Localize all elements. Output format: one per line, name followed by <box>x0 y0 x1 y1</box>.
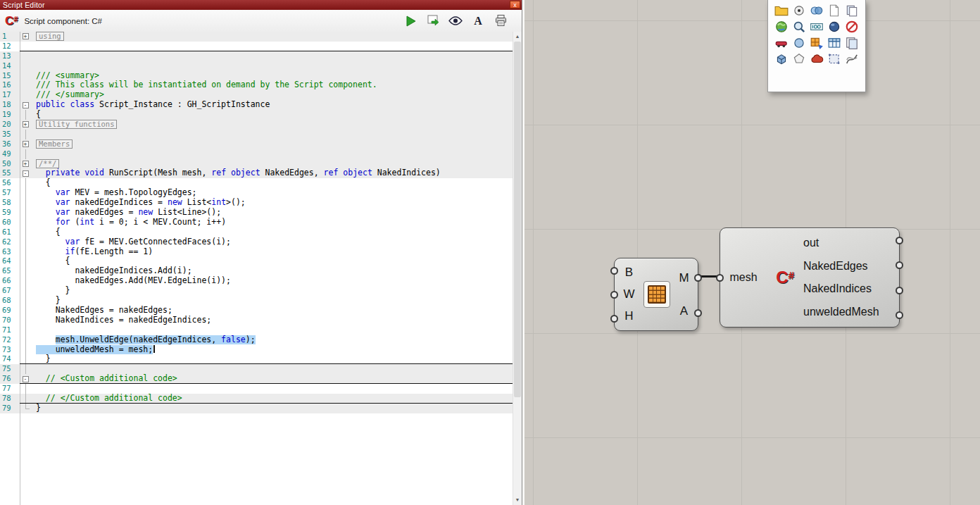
code-line[interactable]: 72 mesh.UnweldEdge(nakedEdgeIndices, fal… <box>0 335 513 345</box>
line-number: 50 <box>0 159 20 169</box>
polygon-icon[interactable] <box>792 52 806 66</box>
code-line[interactable]: 1+using <box>0 32 513 42</box>
code-line[interactable]: 62 var fE = MEV.GetConnectedFaces(i); <box>0 237 513 247</box>
code-line[interactable]: 50+/**/ <box>0 159 513 169</box>
code-text: var MEV = mesh.TopologyEdges; <box>30 188 513 198</box>
circle-icon[interactable] <box>792 36 806 50</box>
run-button[interactable] <box>402 13 419 30</box>
collapsed-region[interactable]: using <box>36 32 64 41</box>
curves-icon[interactable] <box>845 52 859 66</box>
code-line[interactable]: 36+Members <box>0 139 513 149</box>
code-line[interactable]: 13 <box>0 51 513 61</box>
mesh-face-icon[interactable] <box>810 36 824 50</box>
code-line[interactable]: 77 <box>0 384 513 394</box>
document-icon[interactable] <box>827 4 841 18</box>
code-line[interactable]: 75 <box>0 364 513 374</box>
code-line[interactable]: 64 { <box>0 256 513 266</box>
code-line[interactable]: 17/// </summary> <box>0 90 513 100</box>
fold-toggle[interactable]: + <box>23 33 29 39</box>
fold-toggle[interactable]: - <box>23 102 29 108</box>
zoom-icon[interactable] <box>792 20 806 34</box>
code-line[interactable]: 78 // </Custom additional code> <box>0 394 513 404</box>
region-icon[interactable] <box>827 52 841 66</box>
param-row: B <box>615 266 643 280</box>
code-line[interactable]: 14 <box>0 61 513 71</box>
input-port-W[interactable] <box>610 291 618 299</box>
collapsed-region[interactable]: Utility functions <box>36 120 117 129</box>
insert-button[interactable] <box>425 13 441 30</box>
output-port-unweldedMesh[interactable] <box>896 311 903 319</box>
table-icon[interactable] <box>827 36 841 50</box>
print-button[interactable] <box>492 13 509 30</box>
input-port-mesh[interactable] <box>716 274 724 282</box>
disable-icon[interactable] <box>845 20 859 34</box>
vehicle-icon[interactable] <box>774 36 789 50</box>
input-port-B[interactable] <box>610 267 618 275</box>
fold-toggle[interactable]: - <box>23 170 29 177</box>
code-line[interactable]: 18-public class Script_Instance : GH_Scr… <box>0 100 513 110</box>
csharp-script-component[interactable]: mesh C# outNakedEdgesNakedIndicesunwelde… <box>720 227 900 328</box>
output-port-out[interactable] <box>896 237 903 244</box>
documents-icon[interactable] <box>845 4 859 18</box>
fold-toggle[interactable]: + <box>23 161 29 167</box>
box-icon[interactable] <box>774 52 789 66</box>
code-line[interactable]: 65 nakedEdgeIndices.Add(i); <box>0 266 513 276</box>
scroll-up-button[interactable]: ▲ <box>513 32 522 42</box>
cloud-icon[interactable] <box>810 52 824 66</box>
code-line[interactable]: 79} <box>0 404 513 413</box>
counter-icon[interactable] <box>810 20 824 34</box>
folder-icon[interactable] <box>774 4 789 18</box>
scrollbar-thumb[interactable] <box>514 42 521 397</box>
fold-toggle[interactable]: + <box>23 141 29 147</box>
output-port-NakedIndices[interactable] <box>896 287 903 294</box>
collapsed-region[interactable]: /**/ <box>36 159 59 168</box>
code-line[interactable]: 55- private void RunScript(Mesh mesh, re… <box>0 168 513 178</box>
code-line[interactable]: 67 } <box>0 286 513 296</box>
code-line[interactable]: 69 NakedEdges = nakedEdges; <box>0 306 513 316</box>
code-line[interactable]: 66 nakedEdges.Add(MEV.EdgeLine(i)); <box>0 276 513 286</box>
preview-button[interactable] <box>447 13 464 30</box>
code-line[interactable]: 20+Utility functions <box>0 120 513 130</box>
fold-toggle[interactable]: + <box>23 121 29 127</box>
code-line[interactable]: 60 for (int i = 0; i < MEV.Count; i++) <box>0 218 513 227</box>
code-line[interactable]: 68 } <box>0 296 513 306</box>
point-icon[interactable] <box>792 4 806 18</box>
layers-icon[interactable] <box>845 36 859 50</box>
vertical-scrollbar[interactable]: ▲ ▼ <box>513 32 522 505</box>
code-line[interactable]: 16/// This class will be instantiated on… <box>0 80 513 90</box>
collapsed-region[interactable]: Members <box>36 139 73 149</box>
earth-icon[interactable] <box>774 20 789 34</box>
grasshopper-canvas[interactable]: BWH MA mesh C# outNakedEdgesNakedIndices… <box>522 0 980 505</box>
code-line[interactable]: 15/// <summary> <box>0 71 513 81</box>
code-line[interactable]: 59 var nakedEdges = new List<Line>(); <box>0 208 513 218</box>
code-line[interactable]: 76- // <Custom additional code> <box>0 374 513 384</box>
code-line[interactable]: 73 unweldedMesh = mesh; <box>0 345 513 355</box>
input-port-H[interactable] <box>610 315 618 323</box>
output-port-M[interactable] <box>694 274 702 282</box>
code-line[interactable]: 63 if(fE.Length == 1) <box>0 247 513 257</box>
code-line[interactable]: 35 <box>0 130 513 139</box>
close-button[interactable]: x <box>510 1 520 8</box>
fold-toggle[interactable]: - <box>23 376 29 382</box>
sphere-icon[interactable] <box>827 20 841 34</box>
csharp-component-icon: C# <box>767 228 803 327</box>
code-line[interactable]: 70 NakedIndices = nakedEdgeIndices; <box>0 316 513 325</box>
code-line[interactable]: 58 var nakedEdgeIndices = new List<int>(… <box>0 198 513 208</box>
code-line[interactable]: 12 <box>0 42 513 51</box>
scroll-down-button[interactable]: ▼ <box>513 495 522 505</box>
font-button[interactable]: A <box>470 13 486 30</box>
output-port-NakedEdges[interactable] <box>896 261 903 269</box>
code-editor[interactable]: 1+using12131415/// <summary>16/// This c… <box>0 32 513 505</box>
code-line[interactable]: 74 } <box>0 354 513 364</box>
titlebar[interactable]: Script Editor x <box>0 0 522 10</box>
code-line[interactable]: 19{ <box>0 110 513 120</box>
geometry-icon[interactable] <box>810 4 824 18</box>
code-line[interactable]: 61 { <box>0 227 513 237</box>
output-port-A[interactable] <box>694 309 702 317</box>
code-line[interactable]: 57 var MEV = mesh.TopologyEdges; <box>0 188 513 198</box>
line-number: 69 <box>0 306 20 316</box>
mesh-box-component[interactable]: BWH MA <box>614 258 698 331</box>
code-line[interactable]: 56 { <box>0 178 513 188</box>
code-line[interactable]: 71 <box>0 325 513 335</box>
code-line[interactable]: 49 <box>0 149 513 159</box>
